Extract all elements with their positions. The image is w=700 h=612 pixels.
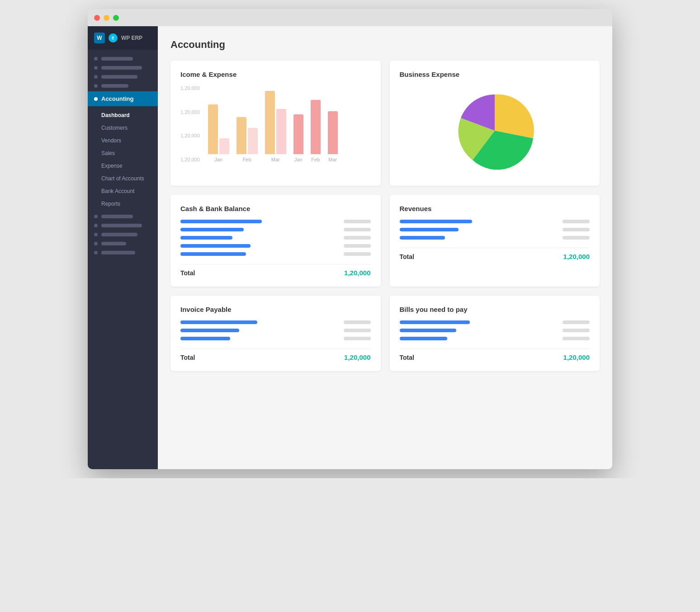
cash-bank-row-4 bbox=[180, 244, 371, 248]
sidebar-bottom-placeholder-5 bbox=[88, 248, 158, 257]
bar-group-feb2: Feb bbox=[311, 100, 321, 162]
bills-total-label: Total bbox=[400, 354, 414, 361]
active-dot-icon bbox=[94, 97, 98, 101]
bills-bar-gray-1 bbox=[563, 320, 590, 324]
sidebar-bottom-placeholder-4 bbox=[88, 239, 158, 248]
dot-icon bbox=[94, 57, 98, 61]
revenues-row-3 bbox=[400, 236, 590, 240]
invoice-total-value: 1,20,000 bbox=[344, 353, 370, 361]
business-expense-title: Business Expense bbox=[400, 71, 590, 78]
dot-icon bbox=[94, 251, 98, 254]
sidebar-top-menu: Accounting Dashboard Customers Vendors S… bbox=[88, 50, 158, 262]
data-bar-gray-3 bbox=[344, 236, 371, 240]
rev-bar-blue-3 bbox=[400, 236, 445, 240]
data-bar-blue-3 bbox=[180, 236, 232, 240]
bills-bar-blue-3 bbox=[400, 337, 447, 340]
rev-bar-gray-3 bbox=[563, 236, 590, 240]
titlebar bbox=[88, 9, 612, 26]
income-expense-card: Icome & Expense 1,20,000 1,20,000 1,20,0… bbox=[170, 61, 381, 186]
bills-total-value: 1,20,000 bbox=[563, 353, 590, 361]
rev-bar-gray-2 bbox=[563, 228, 590, 231]
sidebar-item-reports[interactable]: Reports bbox=[88, 198, 158, 210]
dot-icon bbox=[94, 66, 98, 70]
sidebar-item-expense[interactable]: Expense bbox=[88, 160, 158, 172]
sidebar-header: W E WP ERP bbox=[88, 26, 158, 50]
dot-icon bbox=[94, 215, 98, 218]
sidebar: W E WP ERP bbox=[88, 26, 158, 469]
inv-bar-gray-3 bbox=[344, 337, 371, 340]
bar-label-jan1: Jan bbox=[214, 157, 222, 162]
placeholder-bar bbox=[101, 57, 133, 61]
site-name: WP ERP bbox=[121, 35, 142, 41]
rev-bar-blue-1 bbox=[400, 220, 472, 223]
bar-label-mar1: Mar bbox=[271, 157, 280, 162]
cash-bank-total-label: Total bbox=[180, 269, 195, 277]
sidebar-sub-menu: Dashboard Customers Vendors Sales Expens… bbox=[88, 107, 158, 212]
cash-bank-row-2 bbox=[180, 228, 371, 231]
bills-total-row: Total 1,20,000 bbox=[400, 348, 590, 361]
pie-segment-yellow bbox=[495, 94, 534, 138]
close-button[interactable] bbox=[94, 15, 100, 21]
y-label-2: 1,20,000 bbox=[180, 109, 200, 115]
sidebar-placeholder-4 bbox=[88, 81, 158, 90]
placeholder-bar bbox=[101, 233, 137, 236]
sidebar-item-accounting[interactable]: Accounting bbox=[88, 91, 158, 106]
bar-mar-expense bbox=[276, 109, 286, 154]
y-label-4: 1,20,000 bbox=[180, 157, 200, 162]
pie-chart-container bbox=[400, 85, 590, 176]
sidebar-item-bank-account[interactable]: Bank Account bbox=[88, 185, 158, 198]
sidebar-placeholder-1 bbox=[88, 54, 158, 63]
income-expense-title: Icome & Expense bbox=[180, 71, 371, 78]
rev-bar-blue-2 bbox=[400, 228, 459, 231]
cash-bank-total-row: Total 1,20,000 bbox=[180, 264, 371, 277]
placeholder-bar bbox=[101, 75, 137, 79]
revenues-rows bbox=[400, 220, 590, 240]
bar-label-feb1: Feb bbox=[243, 157, 251, 162]
bills-bar-blue-2 bbox=[400, 329, 456, 332]
data-bar-blue-1 bbox=[180, 220, 262, 223]
pie-chart bbox=[454, 90, 535, 171]
dot-icon bbox=[94, 224, 98, 227]
revenues-total-row: Total 1,20,000 bbox=[400, 248, 590, 260]
bills-row-1 bbox=[400, 320, 590, 324]
placeholder-bar bbox=[101, 215, 133, 218]
sidebar-item-vendors[interactable]: Vendors bbox=[88, 134, 158, 147]
data-bar-gray-5 bbox=[344, 252, 371, 256]
inv-bar-blue-1 bbox=[180, 320, 257, 324]
maximize-button[interactable] bbox=[113, 15, 119, 21]
bills-row-2 bbox=[400, 329, 590, 332]
cash-bank-title: Cash & Bank Balance bbox=[180, 205, 371, 212]
invoice-payable-card: Invoice Payable bbox=[170, 296, 381, 371]
bar-jan-expense bbox=[219, 138, 229, 154]
revenues-card: Revenues bbox=[390, 195, 600, 287]
bills-card: Bills you need to pay bbox=[390, 296, 600, 371]
sidebar-item-chart-of-accounts[interactable]: Chart of Accounts bbox=[88, 172, 158, 185]
accounting-label: Accounting bbox=[101, 95, 134, 102]
invoice-row-3 bbox=[180, 337, 371, 340]
business-expense-card: Business Expense bbox=[390, 61, 600, 186]
dashboard-grid: Icome & Expense 1,20,000 1,20,000 1,20,0… bbox=[170, 61, 600, 371]
minimize-button[interactable] bbox=[104, 15, 109, 21]
bar-jan-income bbox=[208, 104, 218, 154]
revenues-row-1 bbox=[400, 220, 590, 223]
placeholder-bar bbox=[101, 242, 126, 245]
sidebar-item-dashboard[interactable]: Dashboard bbox=[88, 109, 158, 122]
bills-bar-gray-2 bbox=[563, 329, 590, 332]
sidebar-item-sales[interactable]: Sales bbox=[88, 147, 158, 160]
sidebar-bottom-placeholder-3 bbox=[88, 230, 158, 239]
sidebar-item-customers[interactable]: Customers bbox=[88, 122, 158, 134]
data-bar-gray-2 bbox=[344, 228, 371, 231]
revenues-title: Revenues bbox=[400, 205, 590, 212]
bills-row-3 bbox=[400, 337, 590, 340]
cash-bank-total-value: 1,20,000 bbox=[344, 269, 370, 277]
bar-label-jan2: Jan bbox=[294, 157, 303, 162]
invoice-payable-title: Invoice Payable bbox=[180, 306, 371, 313]
invoice-row-1 bbox=[180, 320, 371, 324]
placeholder-bar bbox=[101, 251, 135, 254]
bar-feb-expense bbox=[248, 128, 258, 154]
placeholder-bar bbox=[101, 84, 128, 88]
sidebar-bottom-placeholder-1 bbox=[88, 212, 158, 221]
bar-label-mar2: Mar bbox=[328, 157, 337, 162]
cash-bank-row-5 bbox=[180, 252, 371, 256]
sidebar-bottom-placeholder-2 bbox=[88, 221, 158, 230]
